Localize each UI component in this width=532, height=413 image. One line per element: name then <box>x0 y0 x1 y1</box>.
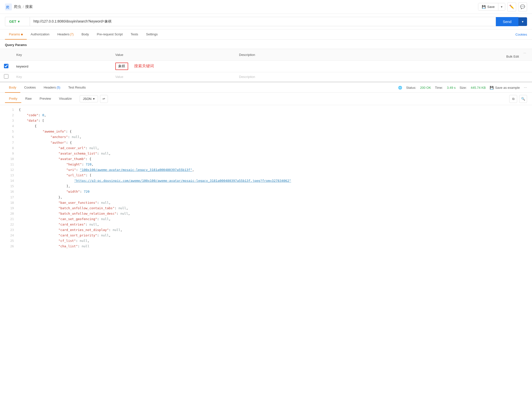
tab-headers[interactable]: Headers (7) <box>53 29 78 40</box>
json-line: 10"avatar_thumb": { <box>0 156 532 162</box>
json-line: 3"data": [ <box>0 118 532 123</box>
empty-checkbox-cell[interactable] <box>0 72 12 82</box>
save-example-label: Save as example <box>495 86 520 90</box>
json-line: 11"height": 720, <box>0 162 532 167</box>
tab-params[interactable]: Params <box>5 29 27 40</box>
wrap-button[interactable]: ⇌ <box>100 95 108 103</box>
copy-icon: ⧉ <box>512 97 514 101</box>
empty-desc-placeholder: Description <box>239 75 255 79</box>
json-line: 15], <box>0 184 532 189</box>
response-tab-cookies[interactable]: Cookies <box>20 83 40 93</box>
json-line: 23"card_entries_not_display": null, <box>0 227 532 233</box>
search-icon: 🔍 <box>521 97 525 101</box>
empty-value-placeholder: Value <box>115 75 123 79</box>
json-line: 1{ <box>0 107 532 113</box>
breadcrumb: 爬虫 / 搜索 <box>14 4 33 9</box>
tab-pre-request[interactable]: Pre-request Script <box>93 29 127 40</box>
json-line: 8"ad_cover_url": null, <box>0 145 532 151</box>
edit-button[interactable]: ✏️ <box>507 2 516 11</box>
row-value: 象棋 <box>115 63 128 70</box>
json-line: 4{ <box>0 123 532 129</box>
send-dropdown-button[interactable]: ▾ <box>518 17 527 26</box>
url-input[interactable] <box>30 17 496 26</box>
json-format-select[interactable]: JSON ▾ <box>80 95 98 102</box>
json-line: 6"anchors": null, <box>0 134 532 140</box>
status-code: 200 OK <box>420 86 431 90</box>
save-example-button[interactable]: 💾 Save as example <box>490 86 520 90</box>
breadcrumb-app: 爬虫 <box>14 4 21 9</box>
json-line: 22"card_entries": null, <box>0 222 532 227</box>
table-row: keyword 象棋 搜索关键词 <box>0 61 532 72</box>
copy-button[interactable]: ⧉ <box>509 95 517 103</box>
json-line: 24"card_sort_priority": null, <box>0 233 532 238</box>
json-line: 5"aweme_info": { <box>0 129 532 134</box>
bulk-edit-button[interactable]: Bulk Edit <box>506 55 519 58</box>
save-button-group[interactable]: 💾 Save ▾ <box>478 3 505 11</box>
response-tab-test-results[interactable]: Test Results <box>64 83 90 93</box>
tab-tests[interactable]: Tests <box>127 29 142 40</box>
response-tabs: Body Cookies Headers (5) Test Results 🌐 … <box>0 83 532 93</box>
size-label: Size: <box>459 86 467 90</box>
json-line: 12"uri": "100x100/aweme-avatar/mosaic-le… <box>0 167 532 173</box>
json-tab-visualize[interactable]: Visualize <box>55 95 76 103</box>
request-tabs: Params Authorization Headers (7) Body Pr… <box>0 29 532 40</box>
response-tab-headers[interactable]: Headers (5) <box>40 83 64 93</box>
json-tab-raw[interactable]: Raw <box>21 95 36 103</box>
col-actions-header: ··· Bulk Edit <box>502 49 532 61</box>
top-bar: 爬 爬虫 / 搜索 💾 Save ▾ ✏️ 💬 <box>0 0 532 14</box>
send-button-main[interactable]: Send <box>496 17 518 26</box>
row-actions-cell <box>502 61 532 72</box>
json-toolbar: Pretty Raw Preview Visualize JSON ▾ ⇌ ⧉ … <box>0 93 532 105</box>
tab-authorization[interactable]: Authorization <box>27 29 53 40</box>
empty-key-cell[interactable]: Key <box>12 72 111 82</box>
row-key: keyword <box>16 65 28 68</box>
search-button[interactable]: 🔍 <box>519 95 527 103</box>
app-icon: 爬 <box>5 3 12 10</box>
send-button-group[interactable]: Send ▾ <box>496 17 527 26</box>
json-toolbar-right: ⧉ 🔍 <box>509 95 527 103</box>
row-checkbox-cell[interactable] <box>0 61 12 72</box>
json-line: 26"cha_list": null <box>0 244 532 249</box>
tab-body[interactable]: Body <box>78 29 93 40</box>
wrap-icon: ⇌ <box>102 97 105 101</box>
json-line: 21"can_set_geofencing": null, <box>0 216 532 222</box>
globe-icon: 🌐 <box>398 86 402 90</box>
row-key-cell[interactable]: keyword <box>12 61 111 72</box>
method-dropdown-icon: ▾ <box>18 20 20 23</box>
response-status-bar: 🌐 Status: 200 OK Time: 3.49 s Size: 445.… <box>398 85 527 90</box>
json-format-label: JSON <box>83 97 92 101</box>
save-dropdown-button[interactable]: ▾ <box>498 3 505 10</box>
save-icon: 💾 <box>482 5 486 9</box>
comment-button[interactable]: 💬 <box>518 2 527 11</box>
json-content: 1{ 2"code": 0, 3"data": [ 4{ 5"aweme_inf… <box>0 105 532 251</box>
json-tab-pretty[interactable]: Pretty <box>5 95 21 103</box>
empty-value-cell[interactable]: Value <box>111 72 235 82</box>
json-line: 20"batch_unfollow_relation_desc": null, <box>0 211 532 216</box>
response-time: 3.49 s <box>447 86 456 90</box>
empty-actions-cell <box>502 72 532 82</box>
cookies-link[interactable]: Cookies <box>515 33 527 36</box>
row-value-comment: 搜索关键词 <box>134 64 154 68</box>
json-tab-preview[interactable]: Preview <box>36 95 55 103</box>
more-icon: ··· <box>523 51 526 55</box>
json-line: 18"ban_user_functions": null, <box>0 200 532 206</box>
row-desc-cell[interactable] <box>235 61 502 72</box>
table-row-empty: Key Value Description <box>0 72 532 82</box>
row-checkbox[interactable] <box>4 64 8 68</box>
response-more-button[interactable]: ··· <box>524 85 527 90</box>
tab-settings[interactable]: Settings <box>142 29 162 40</box>
status-label: Status: <box>406 86 416 90</box>
response-section: Body Cookies Headers (5) Test Results 🌐 … <box>0 82 532 251</box>
method-select[interactable]: GET ▾ <box>5 17 30 26</box>
save-button-main[interactable]: 💾 Save <box>478 3 498 10</box>
json-format-arrow: ▾ <box>93 97 95 101</box>
empty-key-placeholder: Key <box>16 75 22 79</box>
response-tab-body[interactable]: Body <box>5 83 20 93</box>
json-line: 16"width": 720 <box>0 189 532 194</box>
row-value-cell[interactable]: 象棋 搜索关键词 <box>111 61 235 72</box>
json-line: 9"avatar_schema_list": null, <box>0 151 532 156</box>
empty-desc-cell[interactable]: Description <box>235 72 502 82</box>
json-line: 14"https://p3-pc.douyinpic.com/aweme/100… <box>0 178 532 184</box>
empty-checkbox[interactable] <box>4 74 8 79</box>
url-bar: GET ▾ Send ▾ <box>0 14 532 29</box>
